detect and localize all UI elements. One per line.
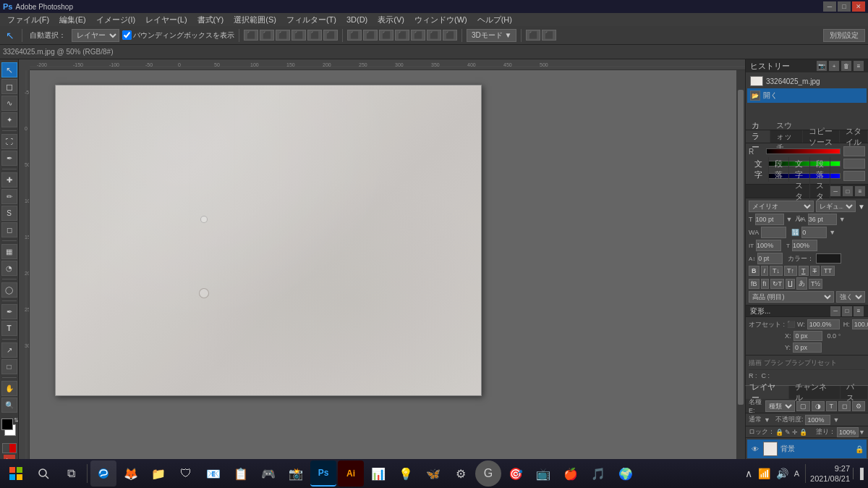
menu-help[interactable]: ヘルプ(H): [473, 14, 516, 26]
gradient-btn[interactable]: ▦: [1, 244, 17, 259]
tracking-select-icon[interactable]: ▼: [839, 216, 846, 223]
taskbar-photo-icon[interactable]: 📸: [283, 460, 309, 487]
hand-btn[interactable]: ✋: [1, 381, 17, 396]
history-create-layer-btn[interactable]: +: [829, 61, 839, 71]
taskbar-ai-icon[interactable]: Ai: [338, 460, 364, 487]
v-scrollbar-thumb[interactable]: [738, 90, 744, 404]
taskbar-shield-icon[interactable]: 🛡: [173, 460, 199, 487]
y-input[interactable]: [793, 342, 822, 353]
distribute-v-btn[interactable]: ⬛: [363, 30, 378, 41]
filter-shape-btn[interactable]: ◻: [838, 401, 851, 411]
menu-format[interactable]: 書式(Y): [193, 14, 229, 26]
text-btn[interactable]: T: [1, 321, 17, 336]
taskbar-outlook-icon[interactable]: 📧: [200, 460, 226, 487]
eyedropper-btn[interactable]: ✒: [1, 151, 17, 166]
sharp-select[interactable]: 強く: [836, 291, 865, 303]
distribute-6-btn[interactable]: ⬛: [427, 30, 441, 41]
h-input[interactable]: [852, 319, 868, 329]
filter-pixel-btn[interactable]: ▢: [796, 401, 810, 411]
expand-panel-icon[interactable]: □: [843, 186, 853, 196]
magic-wand-btn[interactable]: ✦: [1, 112, 17, 127]
b-input[interactable]: [843, 171, 865, 181]
show-transform-checkbox[interactable]: [122, 30, 132, 40]
lock-transparent-icon[interactable]: 🔒: [775, 429, 783, 436]
distribute-h-btn[interactable]: ⬛: [347, 30, 362, 41]
tray-network-icon[interactable]: 📶: [757, 468, 772, 479]
vertical-scrollbar[interactable]: [736, 70, 745, 463]
taskbar-note-icon[interactable]: 💡: [393, 460, 419, 487]
tab-paragraph[interactable]: 段落: [769, 157, 789, 182]
taskbar-world-icon[interactable]: 🌍: [613, 460, 639, 487]
canvas-document[interactable]: [55, 85, 482, 396]
allcaps-icon[interactable]: TT: [821, 266, 835, 276]
align-left-btn[interactable]: ⬛: [244, 30, 258, 41]
italic-icon[interactable]: I: [761, 266, 769, 276]
history-delete-btn[interactable]: 🗑: [841, 61, 851, 71]
close-button[interactable]: ✕: [852, 1, 865, 12]
taskbar-app-icon[interactable]: ⚙: [448, 460, 474, 487]
taskbar-explorer-icon[interactable]: 📁: [145, 460, 171, 487]
show-desktop-btn[interactable]: ▐: [853, 468, 865, 479]
lasso-tool-btn[interactable]: ∿: [1, 96, 17, 111]
path-select-btn[interactable]: ↗: [1, 342, 17, 358]
fill-input[interactable]: [837, 427, 859, 437]
kerning-input-2[interactable]: [801, 227, 827, 238]
fill-dropdown[interactable]: ▼: [859, 429, 865, 436]
swap-colors-icon[interactable]: ⇅: [14, 417, 19, 424]
transform-btn-1[interactable]: ─: [830, 306, 841, 316]
taskbar-game-icon[interactable]: 🎮: [255, 460, 281, 487]
clone-btn[interactable]: S: [1, 206, 17, 221]
extra-btn-1[interactable]: ⬛: [526, 30, 540, 41]
font-size-select-icon[interactable]: ▼: [786, 216, 793, 223]
brush-btn[interactable]: ✏: [1, 189, 17, 204]
distribute-5-btn[interactable]: ⬛: [411, 30, 425, 41]
pen-btn[interactable]: ✒: [1, 304, 17, 319]
align-center-btn[interactable]: ⬛: [260, 30, 274, 41]
subscript-icon[interactable]: T↓: [770, 266, 783, 276]
history-item-0[interactable]: 33264025_m.jpg: [747, 74, 867, 88]
auto-select-dropdown[interactable]: レイヤー: [72, 29, 119, 42]
align-middle-btn[interactable]: ⬛: [307, 30, 322, 41]
tab-color[interactable]: カラー: [746, 130, 770, 143]
zoom-btn[interactable]: 🔍: [1, 397, 17, 413]
menu-layer[interactable]: レイヤー(L): [141, 14, 191, 26]
v-scale-input[interactable]: [756, 240, 781, 251]
font-family-select[interactable]: メイリオ: [749, 201, 814, 212]
kerning-select-2[interactable]: ▼: [829, 229, 835, 236]
layer-item-background[interactable]: 👁 背景 🔒: [747, 439, 867, 458]
close-panel-icon[interactable]: ≡: [855, 186, 865, 196]
menu-filter[interactable]: フィルター(T): [282, 14, 341, 26]
history-menu-btn[interactable]: ≡: [854, 61, 864, 71]
lock-image-icon[interactable]: ✎: [785, 429, 791, 436]
taskbar-firefox-icon[interactable]: 🦊: [118, 460, 144, 487]
opacity-dropdown[interactable]: ▼: [833, 416, 839, 424]
filter-smart-btn[interactable]: ⚙: [852, 401, 865, 411]
blur-btn[interactable]: ◔: [1, 261, 17, 276]
blend-mode-dropdown[interactable]: ▼: [764, 416, 770, 424]
filter-type-btn[interactable]: T: [826, 401, 838, 411]
taskbar-g-icon[interactable]: G: [475, 460, 501, 487]
text-color-swatch[interactable]: [816, 253, 841, 264]
taskbar-music-icon[interactable]: 🎵: [585, 460, 611, 487]
menu-3d[interactable]: 3D(D): [342, 14, 372, 25]
menu-select[interactable]: 選択範囲(S): [229, 14, 281, 26]
faux-bold-icon[interactable]: fB: [749, 279, 760, 289]
history-snapshot-btn[interactable]: 📷: [817, 61, 827, 71]
r-slider[interactable]: [766, 148, 841, 154]
baseline-input[interactable]: [757, 253, 783, 264]
taskbar-edge-icon[interactable]: [90, 460, 116, 487]
w-input[interactable]: [807, 319, 840, 329]
distribute-4-btn[interactable]: ⬛: [395, 30, 409, 41]
menu-edit[interactable]: 編集(E): [55, 14, 90, 26]
taskbar-ps-icon[interactable]: Ps: [310, 460, 336, 487]
font-size-input[interactable]: [755, 214, 784, 225]
workspace-btn[interactable]: 別別設定: [823, 29, 865, 42]
eraser-btn[interactable]: ◻: [1, 222, 17, 237]
r-input[interactable]: [843, 146, 865, 156]
kerning-input[interactable]: [761, 227, 786, 238]
layer-visibility-icon[interactable]: 👁: [750, 444, 760, 454]
tracking-input[interactable]: [808, 214, 837, 225]
taskbar-target-icon[interactable]: 🎯: [503, 460, 529, 487]
tray-up-icon[interactable]: ∧: [744, 468, 754, 479]
transform-menu-btn[interactable]: ≡: [854, 306, 864, 316]
